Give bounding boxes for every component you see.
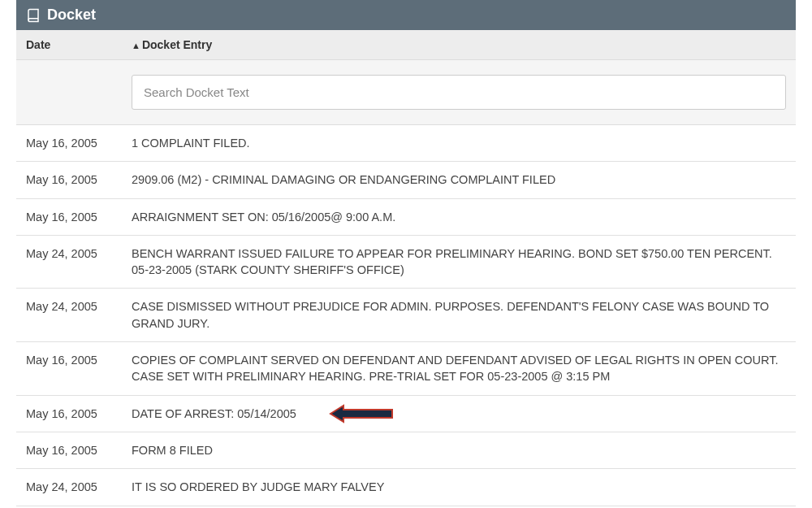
search-row: [16, 60, 796, 125]
table-row: May 16, 2005ARRAIGNMENT SET ON: 05/16/20…: [16, 198, 796, 235]
book-icon: [26, 8, 41, 23]
table-row: May 24, 2005CASE DISMISSED WITHOUT PREJU…: [16, 289, 796, 342]
entry-cell: 2909.06 (M2) - CRIMINAL DAMAGING OR ENDA…: [122, 162, 796, 198]
search-cell-date: [16, 60, 122, 125]
table-row: May 16, 2005FORM 8 FILED: [16, 432, 796, 468]
entry-cell: CASE DISMISSED WITHOUT PREJUDICE FOR ADM…: [122, 289, 796, 342]
entry-cell: BENCH WARRANT ISSUED FAILURE TO APPEAR F…: [122, 235, 796, 289]
panel-title: Docket: [47, 7, 96, 24]
entry-cell: 1 COMPLAINT FILED.: [122, 125, 796, 162]
entry-text: ARRAIGNMENT SET ON: 05/16/2005@ 9:00 A.M…: [132, 211, 395, 224]
entry-cell: ARRAIGNMENT SET ON: 05/16/2005@ 9:00 A.M…: [122, 198, 796, 235]
entry-text: 2909.06 (M2) - CRIMINAL DAMAGING OR ENDA…: [132, 173, 555, 186]
entry-text: 1 COMPLAINT FILED.: [132, 137, 250, 150]
table-header-row: Date ▲Docket Entry: [16, 30, 796, 60]
date-cell: May 24, 2005: [16, 469, 122, 506]
search-cell-entry: [122, 60, 796, 125]
arrow-left-icon: [329, 404, 394, 423]
panel-header: Docket: [16, 0, 796, 30]
docket-table: Date ▲Docket Entry May 16, 20051 COMPLAI…: [16, 30, 796, 508]
entry-cell: DATE OF ARREST: 05/14/2005: [122, 395, 796, 432]
date-cell: May 24, 2005: [16, 289, 122, 342]
table-row: May 24, 2005IT IS SO ORDERED BY JUDGE MA…: [16, 469, 796, 506]
entry-cell: FORM 8 FILED: [122, 432, 796, 468]
date-cell: May 16, 2005: [16, 162, 122, 198]
date-cell: May 16, 2005: [16, 432, 122, 468]
table-row: May 16, 2005COPIES OF COMPLAINT SERVED O…: [16, 342, 796, 396]
entry-text: IT IS SO ORDERED BY JUDGE MARY FALVEY: [132, 480, 384, 493]
entry-cell: IT IS SO ORDERED BY JUDGE MARY FALVEY: [122, 469, 796, 506]
entry-text: COPIES OF COMPLAINT SERVED ON DEFENDANT …: [132, 354, 779, 383]
date-cell: May 16, 2005: [16, 395, 122, 432]
entry-text: CASE DISMISSED WITHOUT PREJUDICE FOR ADM…: [132, 300, 769, 329]
date-cell: May 16, 2005: [16, 342, 122, 396]
search-input[interactable]: [132, 75, 786, 110]
entry-text: DATE OF ARREST: 05/14/2005: [132, 407, 296, 420]
table-row: May 24, 2005BENCH WARRANT ISSUED FAILURE…: [16, 235, 796, 289]
column-header-entry[interactable]: ▲Docket Entry: [122, 30, 796, 60]
entry-text: BENCH WARRANT ISSUED FAILURE TO APPEAR F…: [132, 247, 772, 276]
table-row: May 16, 2005DATE OF ARREST: 05/14/2005: [16, 395, 796, 432]
entry-cell: COPIES OF COMPLAINT SERVED ON DEFENDANT …: [122, 342, 796, 396]
date-cell: May 24, 2005: [16, 235, 122, 289]
column-header-date[interactable]: Date: [16, 30, 122, 60]
table-row: May 16, 20051 COMPLAINT FILED.: [16, 125, 796, 162]
sort-asc-icon: ▲: [132, 41, 140, 50]
date-cell: May 16, 2005: [16, 125, 122, 162]
entry-text: FORM 8 FILED: [132, 444, 213, 457]
date-cell: May 16, 2005: [16, 198, 122, 235]
table-row: May 16, 20052909.06 (M2) - CRIMINAL DAMA…: [16, 162, 796, 198]
